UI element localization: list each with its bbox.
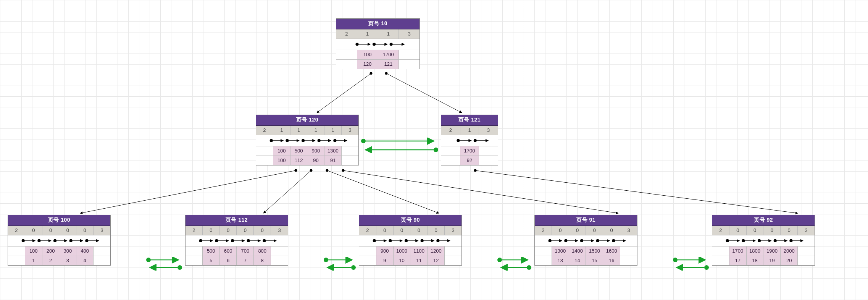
svg-point-92 <box>324 258 328 262</box>
val-cell <box>94 256 110 265</box>
links-row <box>8 235 110 246</box>
spec-cell: 1 <box>273 126 290 135</box>
sibling-link <box>145 257 183 271</box>
ptr-cell: 90 <box>307 156 324 165</box>
spec-cell: 0 <box>586 226 603 235</box>
node-mid-left[interactable]: 页号 120 2 1 1 1 1 3 100 500 900 1300 100 … <box>256 115 359 165</box>
key-cell: 700 <box>237 246 254 256</box>
node-leaf-3[interactable]: 页号 91 2 0 0 0 0 3 1300 1400 1500 1600 13… <box>534 215 637 266</box>
node-title: 页号 92 <box>712 215 815 226</box>
val-cell <box>535 256 552 265</box>
svg-point-88 <box>146 258 151 262</box>
node-root[interactable]: 页号 10 2 1 1 3 100 1700 120 121 <box>336 18 420 69</box>
key-cell: 1400 <box>569 246 586 256</box>
keys-row: 1700 <box>441 146 498 156</box>
key-cell: 1100 <box>410 246 428 256</box>
keys-row: 100 200 300 400 <box>8 246 110 256</box>
keys-row: 1700 1800 1900 2000 <box>712 246 815 256</box>
val-cell: 19 <box>763 256 781 265</box>
val-cell: 2 <box>42 256 60 265</box>
svg-point-34 <box>361 139 366 143</box>
ptrs-row: 120 121 <box>336 60 419 69</box>
ptr-cell <box>342 156 358 165</box>
key-cell <box>359 246 376 256</box>
keys-row: 100 500 900 1300 <box>256 146 358 156</box>
vals-row: 17 18 19 20 <box>712 256 815 265</box>
ptr-cell: 120 <box>357 60 378 69</box>
val-cell <box>271 256 288 265</box>
svg-point-100 <box>673 258 678 262</box>
svg-point-102 <box>704 265 709 270</box>
spec-cell: 2 <box>359 226 376 235</box>
node-leaf-1[interactable]: 页号 112 2 0 0 0 0 3 500 600 700 800 5 6 7… <box>185 215 288 266</box>
spec-cell: 0 <box>781 226 798 235</box>
spec-cell: 0 <box>552 226 569 235</box>
links-row <box>359 235 461 246</box>
spec-cell: 0 <box>763 226 781 235</box>
node-title: 页号 10 <box>336 19 419 29</box>
val-cell: 5 <box>203 256 220 265</box>
val-cell: 13 <box>552 256 569 265</box>
svg-point-90 <box>177 265 182 270</box>
val-cell: 9 <box>376 256 394 265</box>
key-cell: 500 <box>290 146 308 156</box>
spec-row: 2 0 0 0 0 3 <box>359 226 461 235</box>
key-cell: 400 <box>76 246 94 256</box>
node-title: 页号 91 <box>535 215 637 226</box>
node-mid-right[interactable]: 页号 121 2 1 3 1700 92 <box>441 115 498 165</box>
spec-cell: 1 <box>290 126 308 135</box>
spec-cell: 2 <box>712 226 729 235</box>
spec-cell: 2 <box>441 126 460 135</box>
keys-row: 100 1700 <box>336 50 419 60</box>
spec-cell: 2 <box>8 226 25 235</box>
links-row <box>535 235 637 246</box>
ptr-cell <box>479 156 498 165</box>
ptr-cell: 112 <box>290 156 308 165</box>
svg-point-96 <box>497 258 502 262</box>
key-cell <box>186 246 203 256</box>
key-cell: 1700 <box>729 246 747 256</box>
spec-cell: 0 <box>729 226 747 235</box>
spec-cell: 0 <box>254 226 271 235</box>
keys-row: 900 1000 1100 1200 <box>359 246 461 256</box>
vals-row: 13 14 15 16 <box>535 256 637 265</box>
spec-cell: 0 <box>220 226 237 235</box>
spec-cell: 1 <box>378 29 399 39</box>
node-title: 页号 121 <box>441 115 498 126</box>
val-cell: 7 <box>237 256 254 265</box>
svg-point-98 <box>527 265 531 270</box>
key-cell <box>342 146 358 156</box>
spec-cell: 0 <box>203 226 220 235</box>
node-leaf-0[interactable]: 页号 100 2 0 0 0 0 3 100 200 300 400 1 2 3… <box>8 215 111 266</box>
node-title: 页号 100 <box>8 215 110 226</box>
key-cell <box>8 246 25 256</box>
spec-cell: 2 <box>336 29 357 39</box>
canvas-center-divider <box>523 0 523 300</box>
val-cell: 6 <box>220 256 237 265</box>
spec-cell: 1 <box>460 126 479 135</box>
key-cell: 1700 <box>378 50 399 60</box>
val-cell: 18 <box>747 256 764 265</box>
links-row <box>256 135 358 146</box>
key-cell: 1200 <box>428 246 445 256</box>
spec-cell: 2 <box>535 226 552 235</box>
key-cell: 100 <box>357 50 378 60</box>
sibling-link <box>360 138 440 153</box>
spec-cell: 0 <box>376 226 394 235</box>
sibling-link <box>496 257 532 271</box>
spec-cell: 3 <box>620 226 637 235</box>
spec-cell: 0 <box>237 226 254 235</box>
key-cell: 2000 <box>781 246 798 256</box>
val-cell <box>359 256 376 265</box>
val-cell: 11 <box>410 256 428 265</box>
spec-cell: 2 <box>256 126 273 135</box>
spec-row: 2 0 0 0 0 3 <box>186 226 288 235</box>
val-cell: 8 <box>254 256 271 265</box>
spec-row: 2 0 0 0 0 3 <box>712 226 815 235</box>
ptrs-row: 100 112 90 91 <box>256 156 358 165</box>
node-leaf-4[interactable]: 页号 92 2 0 0 0 0 3 1700 1800 1900 2000 17… <box>712 215 815 266</box>
key-cell: 1700 <box>460 146 479 156</box>
node-leaf-2[interactable]: 页号 90 2 0 0 0 0 3 900 1000 1100 1200 9 1… <box>359 215 462 266</box>
spec-cell: 3 <box>798 226 815 235</box>
spec-cell: 1 <box>324 126 342 135</box>
